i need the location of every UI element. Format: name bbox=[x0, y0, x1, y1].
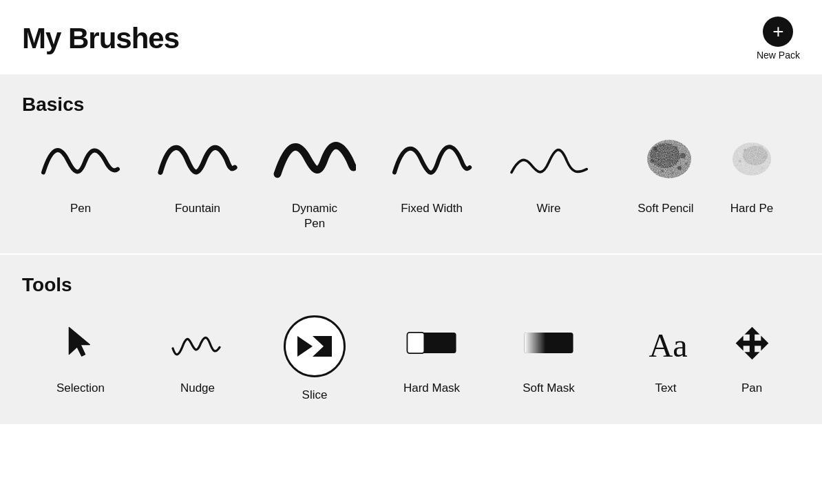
brush-item-fixed-width[interactable]: Fixed Width bbox=[373, 135, 490, 231]
tool-item-text[interactable]: Aa Text bbox=[607, 315, 724, 402]
tool-item-nudge[interactable]: Nudge bbox=[139, 315, 256, 402]
basics-section: Basics Pen Fountain bbox=[0, 74, 822, 253]
pen-label: Pen bbox=[70, 201, 91, 216]
svg-point-16 bbox=[761, 167, 763, 169]
dynamic-pen-label: Dynamic Pen bbox=[292, 201, 337, 231]
tool-item-hard-mask[interactable]: Hard Mask bbox=[373, 315, 490, 402]
tools-grid: Selection Nudge bbox=[22, 315, 800, 402]
tools-section: Tools Selection Nudge bbox=[0, 255, 822, 424]
svg-point-3 bbox=[675, 146, 677, 149]
text-icon: Aa bbox=[638, 315, 693, 370]
soft-pencil-label: Soft Pencil bbox=[637, 201, 693, 216]
slice-icon bbox=[284, 315, 346, 377]
svg-rect-21 bbox=[407, 333, 424, 353]
fountain-label: Fountain bbox=[175, 201, 220, 216]
dynamic-pen-icon bbox=[273, 135, 356, 190]
brush-item-dynamic-pen[interactable]: Dynamic Pen bbox=[256, 135, 373, 231]
svg-point-8 bbox=[671, 171, 674, 174]
basics-title: Basics bbox=[22, 94, 800, 116]
hard-mask-icon bbox=[404, 315, 459, 370]
tool-item-soft-mask[interactable]: Soft Mask bbox=[490, 315, 607, 402]
svg-marker-17 bbox=[297, 336, 313, 357]
svg-point-11 bbox=[743, 146, 768, 165]
new-pack-icon: + bbox=[763, 17, 793, 47]
fountain-icon bbox=[156, 135, 239, 190]
brush-item-hard-pencil[interactable]: Hard Pe bbox=[724, 135, 779, 231]
svg-point-13 bbox=[759, 145, 763, 149]
tools-title: Tools bbox=[22, 274, 800, 296]
pan-icon bbox=[724, 315, 779, 370]
soft-mask-icon bbox=[521, 315, 576, 370]
new-pack-button[interactable]: + New Pack bbox=[757, 17, 800, 61]
soft-mask-label: Soft Mask bbox=[523, 381, 575, 395]
text-label: Text bbox=[655, 381, 676, 395]
brush-grid: Pen Fountain Dynamic Pen bbox=[22, 135, 800, 231]
nudge-label: Nudge bbox=[180, 381, 215, 395]
svg-point-2 bbox=[653, 147, 657, 151]
svg-point-14 bbox=[764, 156, 767, 158]
svg-point-9 bbox=[685, 162, 688, 165]
slice-label: Slice bbox=[302, 388, 328, 402]
brush-item-fountain[interactable]: Fountain bbox=[139, 135, 256, 231]
wire-icon bbox=[507, 135, 590, 190]
svg-point-4 bbox=[680, 153, 686, 158]
svg-rect-23 bbox=[524, 333, 545, 353]
brush-item-soft-pencil[interactable]: Soft Pencil bbox=[607, 135, 724, 231]
pan-label: Pan bbox=[741, 381, 762, 395]
selection-label: Selection bbox=[56, 381, 105, 395]
hard-pencil-icon bbox=[724, 135, 779, 190]
soft-pencil-icon bbox=[624, 135, 707, 190]
hard-pencil-label: Hard Pe bbox=[730, 201, 773, 216]
selection-icon bbox=[53, 315, 108, 370]
wire-label: Wire bbox=[537, 201, 561, 216]
tool-item-pan[interactable]: Pan bbox=[724, 315, 779, 402]
svg-text:Aa: Aa bbox=[649, 327, 687, 364]
svg-point-7 bbox=[661, 169, 664, 172]
svg-marker-25 bbox=[735, 326, 768, 359]
new-pack-label: New Pack bbox=[757, 50, 800, 61]
svg-point-6 bbox=[677, 166, 682, 170]
nudge-icon bbox=[170, 315, 225, 370]
hard-mask-label: Hard Mask bbox=[403, 381, 460, 395]
page-title: My Brushes bbox=[22, 22, 179, 55]
fixed-width-icon bbox=[390, 135, 473, 190]
brush-item-pen[interactable]: Pen bbox=[22, 135, 139, 231]
header: My Brushes + New Pack bbox=[0, 0, 822, 74]
svg-point-12 bbox=[744, 149, 746, 151]
pen-icon bbox=[39, 135, 122, 190]
tool-item-selection[interactable]: Selection bbox=[22, 315, 139, 402]
fixed-width-label: Fixed Width bbox=[401, 201, 463, 216]
svg-point-5 bbox=[650, 159, 654, 163]
svg-point-15 bbox=[739, 160, 741, 162]
tool-item-slice[interactable]: Slice bbox=[256, 315, 373, 402]
brush-item-wire[interactable]: Wire bbox=[490, 135, 607, 231]
